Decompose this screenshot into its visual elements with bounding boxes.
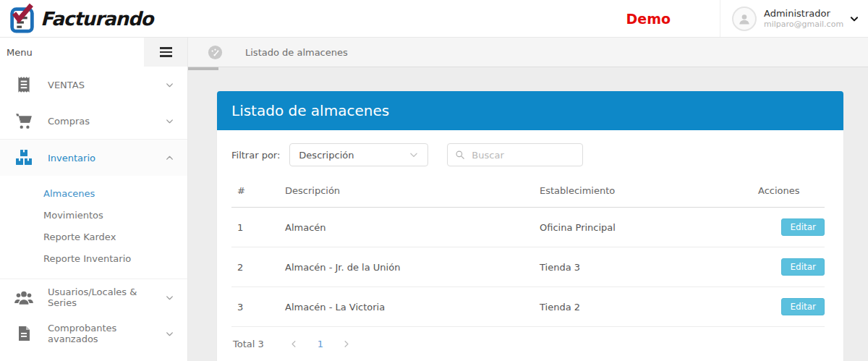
search-input[interactable] (470, 149, 575, 161)
user-email: milparo@gmail.com (764, 20, 849, 29)
sidebar: Menu VENTAS (0, 38, 188, 361)
breadcrumb-title: Listado de almacenes (245, 47, 348, 58)
chevron-down-icon (165, 116, 174, 126)
selected-option: Descripción (299, 150, 409, 161)
menu-label: Menu (0, 47, 144, 58)
cell-establecimiento: Oficina Principal (534, 208, 752, 247)
cell-establecimiento: Tienda 2 (534, 287, 752, 327)
header-right: Demo Administrador milparo@gmail.com (626, 0, 868, 37)
demo-badge: Demo (626, 11, 720, 27)
table-row: 1 Almacén Oficina Principal Editar (231, 208, 825, 247)
sidebar-section-inventario: Inventario Almacenes Movimientos Reporte… (0, 139, 187, 279)
column-header-establecimiento: Establecimiento (534, 175, 752, 208)
submenu-item-movimientos[interactable]: Movimientos (0, 205, 187, 226)
sidebar-item-label: Compras (48, 116, 165, 127)
current-page-button[interactable]: 1 (307, 339, 333, 349)
sidebar-item-label: Inventario (48, 153, 165, 163)
table-row: 2 Almacén - Jr. de la Unión Tienda 3 Edi… (231, 247, 825, 287)
sidebar-item-label: Comprobantes avanzados (48, 323, 165, 344)
filter-type-select[interactable]: Descripción (289, 143, 428, 166)
cell-descripcion: Almacén - Jr. de la Unión (279, 247, 534, 287)
chevron-up-icon (165, 153, 174, 163)
dashboard-icon (207, 44, 224, 61)
table-row: 3 Almacén - La Victoria Tienda 2 Editar (231, 287, 825, 327)
chevron-down-icon (165, 329, 174, 339)
panel-body: Filtrar por: Descripción (217, 130, 843, 361)
sidebar-item-label: Usuarios/Locales & Series (48, 286, 165, 308)
chevron-down-icon (165, 80, 174, 90)
chevron-down-icon (165, 293, 174, 302)
brand-name: Facturando (41, 8, 153, 30)
sidebar-item-label: VENTAS (48, 80, 165, 90)
brand-logo[interactable]: Facturando (0, 3, 153, 35)
column-header-descripcion: Descripción (279, 175, 534, 208)
cell-establecimiento: Tienda 3 (534, 247, 752, 287)
facturando-logo-icon (7, 3, 38, 35)
cell-descripcion: Almacén (279, 208, 534, 247)
user-menu[interactable]: Administrador milparo@gmail.com (720, 0, 868, 37)
total-count: Total 3 (233, 339, 264, 349)
chevron-right-icon (341, 339, 351, 349)
receipt-icon (0, 75, 48, 94)
cubes-icon (0, 148, 48, 167)
almacenes-panel: Listado de almacenes Filtrar por: Descri… (217, 91, 843, 361)
users-icon (0, 288, 48, 307)
edit-button[interactable]: Editar (781, 298, 825, 315)
user-name: Administrador (764, 8, 849, 20)
next-page-button[interactable] (333, 339, 359, 349)
submenu-item-reporte-kardex[interactable]: Reporte Kardex (0, 226, 187, 248)
cell-num: 1 (231, 208, 279, 247)
edit-button[interactable]: Editar (781, 218, 825, 236)
sidebar-menu-bar: Menu (0, 38, 187, 67)
filter-row: Filtrar por: Descripción (231, 143, 825, 166)
cell-descripcion: Almacén - La Victoria (279, 287, 534, 327)
search-box (447, 143, 583, 166)
sidebar-item-compras[interactable]: Compras (0, 103, 187, 139)
scrollbar-thumb[interactable] (188, 67, 218, 70)
cell-num: 2 (231, 247, 279, 287)
hamburger-icon (160, 47, 172, 57)
edit-button[interactable]: Editar (781, 258, 825, 276)
column-header-acciones: Acciones (752, 175, 825, 208)
chevron-left-icon (289, 339, 299, 349)
submenu-item-reporte-inventario[interactable]: Reporte Inventario (0, 248, 187, 270)
cell-num: 3 (231, 287, 279, 327)
column-header-num: # (231, 175, 279, 208)
almacenes-table: # Descripción Establecimiento Acciones 1… (231, 175, 825, 327)
sidebar-item-usuarios-locales-series[interactable]: Usuarios/Locales & Series (0, 279, 187, 315)
prev-page-button[interactable] (281, 339, 307, 349)
submenu-item-almacenes[interactable]: Almacenes (0, 183, 187, 205)
avatar (732, 7, 757, 31)
search-icon (455, 150, 465, 160)
user-texts: Administrador milparo@gmail.com (764, 8, 849, 29)
cart-icon (0, 111, 48, 130)
breadcrumb: Listado de almacenes (188, 38, 868, 67)
sidebar-toggle-button[interactable] (144, 38, 187, 67)
sidebar-item-ventas[interactable]: VENTAS (0, 67, 187, 103)
filter-label: Filtrar por: (231, 150, 280, 161)
inventario-submenu: Almacenes Movimientos Reporte Kardex Rep… (0, 176, 187, 279)
table-header-row: # Descripción Establecimiento Acciones (231, 175, 825, 208)
document-icon (0, 324, 48, 343)
main-content: Listado de almacenes Listado de almacene… (188, 38, 868, 361)
sidebar-item-inventario[interactable]: Inventario (0, 140, 187, 176)
pagination: Total 3 1 (231, 339, 825, 349)
app-header: Facturando Demo Administrador milparo@gm… (0, 0, 868, 38)
sidebar-item-comprobantes-avanzados[interactable]: Comprobantes avanzados (0, 315, 187, 352)
panel-title: Listado de almacenes (217, 91, 843, 130)
chevron-down-icon (409, 150, 419, 160)
chevron-down-icon (849, 14, 859, 24)
person-icon (737, 12, 752, 26)
